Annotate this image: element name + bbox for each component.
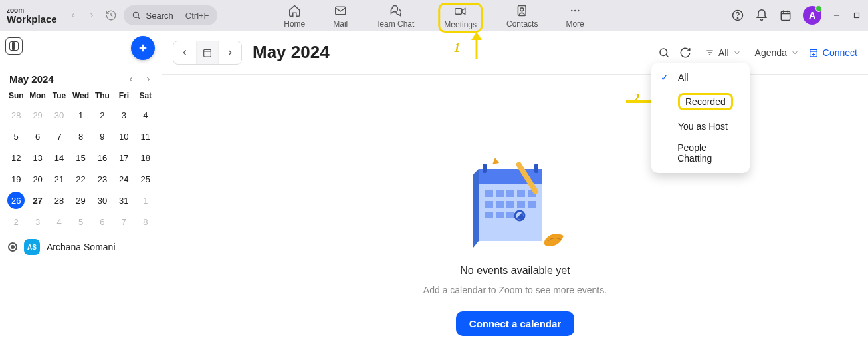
mini-calendar-day[interactable]: 21 — [49, 168, 70, 190]
mini-calendar-day[interactable]: 22 — [70, 168, 91, 190]
filter-option-all[interactable]: ✓ All — [651, 67, 750, 88]
mini-calendar-day[interactable]: 5 — [70, 211, 91, 232]
filter-option-host[interactable]: ✓ You as Host — [651, 116, 750, 137]
mini-calendar-day[interactable]: 24 — [113, 168, 134, 190]
mini-calendar-day[interactable]: 16 — [92, 147, 113, 168]
mini-calendar-day[interactable]: 26 — [5, 190, 27, 211]
mini-calendar-day[interactable]: 25 — [135, 168, 156, 190]
svg-rect-43 — [506, 201, 514, 208]
mini-calendar-day[interactable]: 9 — [92, 126, 113, 147]
mini-calendar-day[interactable]: 23 — [92, 168, 113, 190]
minimize-button[interactable] — [832, 11, 841, 20]
today-button[interactable] — [196, 41, 219, 64]
mini-calendar-day[interactable]: 28 — [49, 190, 70, 211]
tab-meetings[interactable]: Meetings — [438, 3, 483, 33]
contacts-icon — [516, 4, 529, 17]
filter-option-label: You as Host — [678, 121, 728, 132]
mini-calendar-day[interactable]: 4 — [135, 104, 156, 126]
mini-calendar-day[interactable]: 30 — [49, 104, 70, 126]
next-period-button[interactable] — [219, 41, 241, 64]
filter-icon — [705, 48, 714, 57]
svg-line-23 — [666, 55, 668, 57]
maximize-button[interactable] — [852, 11, 861, 20]
tab-home[interactable]: Home — [280, 3, 309, 30]
nav-back-button[interactable] — [65, 7, 81, 23]
mini-calendar-day[interactable]: 20 — [27, 168, 48, 190]
mini-next-button[interactable] — [144, 75, 152, 83]
tab-team-chat[interactable]: Team Chat — [372, 3, 418, 30]
history-icon[interactable] — [102, 7, 120, 24]
avatar[interactable]: A — [803, 6, 821, 25]
svg-rect-20 — [204, 49, 211, 57]
svg-rect-32 — [479, 169, 542, 184]
prev-period-button[interactable] — [173, 41, 196, 64]
mini-calendar-day[interactable]: 13 — [27, 147, 48, 168]
tab-mail[interactable]: Mail — [329, 3, 352, 30]
svg-rect-42 — [496, 201, 504, 208]
mini-calendar-day[interactable]: 8 — [135, 211, 156, 232]
mini-calendar-day[interactable]: 1 — [70, 104, 91, 126]
mini-calendar-day[interactable]: 7 — [49, 126, 70, 147]
filter-label: All — [718, 47, 729, 58]
mini-calendar-day[interactable]: 3 — [27, 211, 48, 232]
mini-calendar-day[interactable]: 8 — [70, 126, 91, 147]
mini-calendar-day[interactable]: 27 — [27, 190, 48, 211]
mini-calendar-day[interactable]: 2 — [92, 104, 113, 126]
svg-rect-48 — [506, 212, 514, 218]
mini-calendar-day[interactable]: 10 — [113, 126, 134, 147]
view-dropdown-button[interactable]: Agenda — [755, 47, 799, 58]
nav-forward-button[interactable] — [84, 7, 100, 23]
tab-contacts-label: Contacts — [506, 19, 538, 29]
tab-contacts[interactable]: Contacts — [502, 3, 542, 30]
add-event-button[interactable] — [131, 36, 155, 60]
mini-calendar-day[interactable]: 6 — [27, 126, 48, 147]
mini-calendar-header: May 2024 — [5, 73, 156, 85]
panel-toggle-button[interactable] — [5, 37, 23, 55]
tab-more[interactable]: More — [562, 3, 588, 30]
mini-prev-button[interactable] — [127, 75, 135, 83]
mini-calendar-day[interactable]: 7 — [113, 211, 134, 232]
mini-calendar-day[interactable]: 14 — [49, 147, 70, 168]
mini-calendar-day[interactable]: 4 — [49, 211, 70, 232]
mini-calendar-day[interactable]: 5 — [5, 126, 27, 147]
filter-option-recorded[interactable]: ✓ Recorded — [651, 88, 750, 116]
svg-rect-44 — [517, 201, 525, 208]
calendar-user-row[interactable]: AS Archana Somani — [5, 239, 156, 255]
connect-calendar-button[interactable]: Connect a calendar — [456, 311, 574, 336]
calendar-plus-icon — [808, 47, 819, 58]
svg-rect-36 — [485, 190, 493, 197]
calendar-toolbar: May 2024 All Agenda Connect — [162, 31, 868, 75]
top-bar: zoom Workplace Search Ctrl+F Home Mail T… — [0, 0, 868, 31]
mini-calendar-day[interactable]: 18 — [135, 147, 156, 168]
mini-calendar-day[interactable]: 3 — [113, 104, 134, 126]
filter-dropdown-button[interactable]: All — [701, 44, 746, 61]
mini-calendar-day[interactable]: 29 — [70, 190, 91, 211]
mini-calendar-day[interactable]: 12 — [5, 147, 27, 168]
mini-calendar-day[interactable]: 6 — [92, 211, 113, 232]
chevron-down-icon — [733, 49, 741, 57]
mini-calendar-day[interactable]: 1 — [135, 190, 156, 211]
mini-calendar-day[interactable]: 11 — [135, 126, 156, 147]
mini-calendar-day[interactable]: 29 — [27, 104, 48, 126]
mini-calendar-day[interactable]: 17 — [113, 147, 134, 168]
connect-link[interactable]: Connect — [808, 47, 857, 58]
search-input[interactable]: Search Ctrl+F — [124, 5, 217, 25]
mini-calendar-day[interactable]: 19 — [5, 168, 27, 190]
video-icon — [454, 5, 467, 18]
empty-subtitle: Add a calendar to Zoom to see more event… — [423, 285, 607, 295]
mini-calendar-day[interactable]: 2 — [5, 211, 27, 232]
mini-calendar-day[interactable]: 15 — [70, 147, 91, 168]
toolbar-search-button[interactable] — [658, 47, 670, 59]
refresh-button[interactable] — [679, 47, 691, 59]
svg-point-22 — [660, 49, 667, 56]
connect-label: Connect — [823, 47, 857, 58]
mini-calendar-day[interactable]: 31 — [113, 190, 134, 211]
mini-calendar-day[interactable]: 28 — [5, 104, 27, 126]
filter-option-chatting[interactable]: ✓ People Chatting — [651, 137, 750, 169]
mini-calendar-day[interactable]: 30 — [92, 190, 113, 211]
top-right-controls: A — [731, 6, 861, 25]
help-icon[interactable] — [731, 9, 744, 22]
calendar-icon[interactable] — [779, 9, 792, 22]
bell-icon[interactable] — [755, 9, 768, 22]
more-icon — [568, 4, 582, 17]
